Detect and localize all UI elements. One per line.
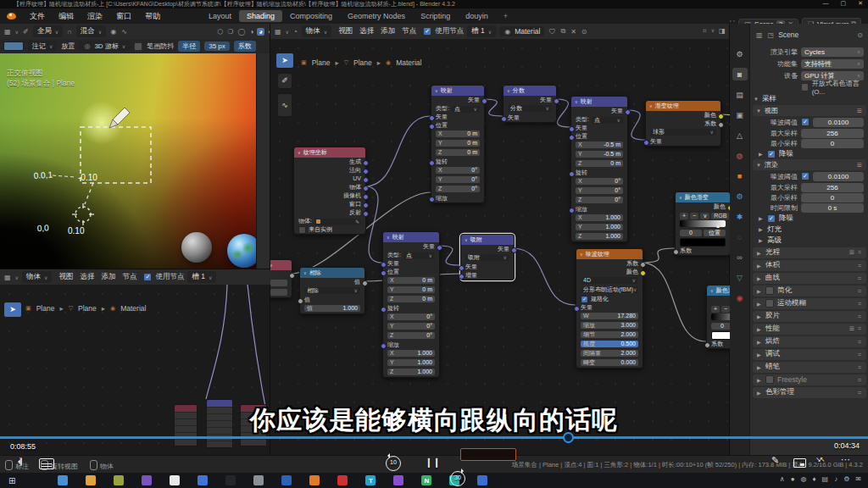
node-header[interactable]: ∨吸附: [461, 235, 514, 245]
socket-矢量[interactable]: [511, 247, 517, 253]
links-cut-tool-button[interactable]: ∿: [277, 93, 292, 117]
orientation-dropdown[interactable]: 全局∨: [33, 25, 63, 37]
property-value-field[interactable]: 0: [801, 139, 864, 148]
workspace-tab[interactable]: +: [496, 10, 515, 22]
node-header[interactable]: ∨颜色渐变: [707, 286, 730, 296]
node-value-field[interactable]: X0 m: [387, 277, 435, 284]
use-nodes-checkbox[interactable]: ✓: [143, 273, 152, 281]
socket-缩放[interactable]: [381, 343, 387, 349]
shader-type-icon[interactable]: ◔: [292, 28, 298, 36]
tray-icon-2[interactable]: ●: [791, 475, 795, 483]
tray-icon-4[interactable]: ♦: [812, 475, 815, 483]
property-value-field[interactable]: 0.0100: [813, 118, 864, 127]
socket-矢量[interactable]: [481, 98, 487, 104]
radius-slider[interactable]: 35 px: [204, 42, 230, 51]
socket-矢量[interactable]: [569, 126, 575, 132]
node-value-field[interactable]: Y0°: [387, 323, 435, 330]
socket-矢量[interactable]: [554, 98, 559, 104]
node-value-field[interactable]: X0°: [436, 167, 480, 174]
node-value-field[interactable]: X1.000: [387, 350, 435, 357]
video-progress-handle[interactable]: [563, 432, 574, 443]
copy-material-icon[interactable]: ⧉: [559, 27, 566, 36]
subsection-视图[interactable]: ▼视图☰: [753, 105, 866, 116]
tab-render[interactable]: ◙: [732, 68, 748, 80]
editor-type-icon[interactable]: ▦: [3, 28, 12, 36]
collapse-灯光[interactable]: ▶灯光: [750, 224, 868, 235]
node-header[interactable]: ∨噪波纹理: [576, 249, 643, 259]
node-header[interactable]: ∨映射: [383, 232, 439, 242]
taskbar-app-1[interactable]: [58, 475, 68, 485]
node-vector-math-snap[interactable]: ∨吸附矢量吸附∨矢量增量: [460, 234, 515, 280]
node-dropdown[interactable]: 点∨: [403, 252, 435, 259]
collapse-icon[interactable]: ∨: [465, 235, 468, 245]
subsection-渲染[interactable]: ▼渲染☰: [753, 159, 866, 170]
stabilize-stroke-checkbox[interactable]: [134, 42, 142, 51]
checkbox[interactable]: ✓: [581, 296, 588, 303]
editor-type-icon[interactable]: ▦: [3, 274, 12, 281]
taskbar-app-2[interactable]: [86, 475, 96, 485]
node-value-field[interactable]: [270, 280, 287, 286]
snap-magnet-icon[interactable]: ∩: [66, 28, 73, 36]
ramp-button[interactable]: −: [690, 213, 698, 219]
node-header[interactable]: ∨渐变纹理: [646, 101, 721, 111]
node-value-field[interactable]: Y-0.5 m: [576, 151, 623, 158]
checkbox[interactable]: [765, 286, 774, 295]
tab-material[interactable]: ◉: [732, 291, 748, 304]
node-value-field[interactable]: Y0 m: [436, 140, 480, 147]
workspace-tab[interactable]: Compositing: [282, 10, 340, 22]
material-slot-dropdown[interactable]: 槽 1∨: [187, 271, 216, 283]
node-value-field[interactable]: Z0 m: [576, 160, 623, 167]
socket-UV[interactable]: [363, 177, 369, 183]
property-value-field[interactable]: 256: [801, 129, 864, 138]
socket-矢量[interactable]: [437, 245, 442, 251]
color-ramp-bar[interactable]: ▲: [711, 313, 730, 320]
menu-文件[interactable]: 文件: [23, 9, 52, 24]
preset-menu-icon[interactable]: ☰ =: [849, 249, 862, 256]
collapse-icon[interactable]: ∨: [649, 101, 653, 111]
proportional-edit-icon[interactable]: ◉: [109, 28, 117, 36]
node-value-field[interactable]: Y0 m: [387, 286, 435, 293]
edit-button[interactable]: ✎: [771, 455, 779, 466]
collapse-降噪[interactable]: ▶✓降噪: [750, 148, 868, 159]
tray-icon-7[interactable]: ⚙: [843, 475, 849, 483]
panel-体积[interactable]: ▶体积=: [753, 260, 866, 272]
collapse-高级[interactable]: ▶高级: [750, 235, 868, 246]
node-dropdown[interactable]: 相除∨: [304, 287, 360, 294]
node-mapping-2[interactable]: ∨映射矢量类型:点∨矢量位置X-0.5 mY-0.5 mZ0 m旋转X0°Y0°…: [570, 96, 628, 242]
node-canvas[interactable]: ▣ Plane▸ ▽ Plane▸ ◉ Material ➤ ✐ ∿ ∨纹理坐标…: [270, 39, 730, 455]
node-value-field[interactable]: Z0°: [436, 186, 480, 192]
tray-icon-3[interactable]: ◍: [800, 475, 806, 483]
node-value-field[interactable]: 畸变0.000: [581, 359, 638, 366]
ramp-button[interactable]: +: [680, 213, 688, 219]
annotate-tool-button[interactable]: ✐: [277, 73, 292, 89]
shader-context-dropdown[interactable]: 物体∨: [302, 25, 331, 37]
collapse-icon[interactable]: ∨: [575, 97, 578, 107]
node-dropdown[interactable]: 分形布朗运动(fBM)∨: [581, 286, 638, 293]
node-menu-添加[interactable]: 添加: [377, 25, 398, 37]
checkbox[interactable]: [765, 375, 774, 384]
taskbar-app-10[interactable]: [309, 475, 320, 485]
panel-蜡笔[interactable]: ▶蜡笔=: [753, 362, 866, 374]
ramp-position-field[interactable]: 位置: [704, 230, 726, 236]
overlays-icon[interactable]: ❍: [226, 28, 234, 36]
socket-颜色[interactable]: [640, 270, 646, 276]
ramp-index-field[interactable]: 0: [711, 323, 730, 330]
node-value-field[interactable]: 值1.000: [304, 305, 360, 312]
preset-menu-icon[interactable]: ☰: [857, 108, 863, 114]
workspace-tab[interactable]: Layout: [201, 10, 239, 22]
panel-光程[interactable]: ▶光程☰ =: [753, 247, 866, 259]
tab-object[interactable]: ■: [732, 169, 748, 182]
socket-颜色[interactable]: [727, 205, 731, 211]
node-menu-节点[interactable]: 节点: [119, 271, 140, 283]
socket-旋转[interactable]: [381, 307, 387, 313]
property-value-field[interactable]: 0.0100: [813, 172, 864, 181]
taskbar-app-4[interactable]: [142, 475, 152, 485]
node-value-field[interactable]: Y0°: [436, 176, 480, 183]
taskbar-app-12[interactable]: T: [365, 475, 376, 485]
tab-physics[interactable]: ◌: [732, 230, 748, 243]
property-value-field[interactable]: 0: [801, 193, 864, 202]
tab-scene[interactable]: △: [732, 129, 748, 141]
select-box-tool-button[interactable]: ➤: [3, 302, 22, 318]
node-value-field[interactable]: Y1.000: [387, 359, 435, 366]
material-name-field[interactable]: ◉Material: [499, 26, 544, 36]
